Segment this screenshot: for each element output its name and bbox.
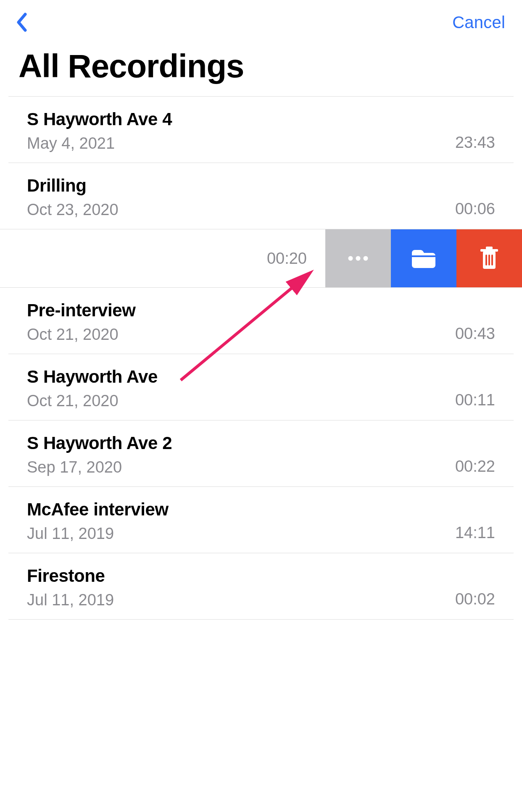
- row-texts: S Hayworth Ave 4 May 4, 2021: [27, 109, 172, 152]
- recording-title: S Hayworth Ave 2: [27, 433, 172, 453]
- svg-rect-8: [488, 255, 490, 265]
- svg-rect-3: [412, 255, 435, 257]
- recording-date: Oct 21, 2020: [27, 392, 158, 410]
- recording-duration: 14:11: [455, 524, 495, 543]
- recording-title: Drilling: [27, 176, 119, 196]
- svg-point-1: [356, 256, 361, 261]
- recording-row[interactable]: S Hayworth Ave 4 May 4, 2021 23:43: [8, 97, 514, 163]
- recording-duration: 00:22: [455, 457, 495, 476]
- row-texts: Pre-interview Oct 21, 2020: [27, 300, 136, 344]
- back-button[interactable]: [15, 12, 28, 33]
- move-to-folder-button[interactable]: [391, 229, 456, 287]
- recording-duration: 00:20: [267, 250, 307, 268]
- cancel-button[interactable]: Cancel: [452, 13, 505, 32]
- recording-row[interactable]: McAfee interview Jul 11, 2019 14:11: [8, 487, 514, 553]
- recording-title: S Hayworth Ave: [27, 367, 158, 387]
- recording-title: Pre-interview: [27, 300, 136, 321]
- recording-date: Jul 11, 2019: [27, 591, 114, 609]
- svg-rect-9: [491, 255, 493, 265]
- nav-bar: Cancel: [0, 0, 522, 37]
- recording-date: Jul 11, 2019: [27, 525, 169, 543]
- more-actions-button[interactable]: [325, 229, 391, 287]
- delete-button[interactable]: [456, 229, 522, 287]
- recording-duration: 00:43: [455, 325, 495, 344]
- recording-title: McAfee interview: [27, 499, 169, 520]
- recording-duration: 00:11: [455, 391, 495, 410]
- recording-row[interactable]: Drilling Oct 23, 2020 00:06: [8, 163, 514, 229]
- recording-date: Oct 23, 2020: [27, 201, 119, 219]
- svg-point-0: [348, 256, 353, 261]
- recording-row-swiped[interactable]: 00:20: [0, 229, 522, 288]
- trash-icon: [479, 246, 500, 271]
- recording-duration: 00:06: [455, 200, 495, 219]
- row-texts: Firestone Jul 11, 2019: [27, 566, 114, 609]
- row-texts: Drilling Oct 23, 2020: [27, 176, 119, 219]
- svg-rect-6: [486, 247, 493, 250]
- recording-duration: 00:02: [455, 590, 495, 609]
- recordings-list: S Hayworth Ave 4 May 4, 2021 23:43 Drill…: [0, 97, 522, 620]
- recording-row[interactable]: S Hayworth Ave Oct 21, 2020 00:11: [8, 354, 514, 420]
- recording-date: May 4, 2021: [27, 134, 172, 152]
- recording-row[interactable]: Pre-interview Oct 21, 2020 00:43: [8, 288, 514, 354]
- recording-title: S Hayworth Ave 4: [27, 109, 172, 129]
- row-texts: McAfee interview Jul 11, 2019: [27, 499, 169, 543]
- page-title: All Recordings: [0, 37, 522, 96]
- svg-rect-7: [485, 255, 487, 265]
- recording-duration: 23:43: [455, 134, 495, 152]
- swiped-content: 00:20: [0, 229, 325, 287]
- ellipsis-icon: [346, 256, 370, 261]
- svg-point-2: [364, 256, 368, 261]
- recording-title: Firestone: [27, 566, 114, 586]
- chevron-left-icon: [16, 13, 27, 32]
- row-texts: S Hayworth Ave Oct 21, 2020: [27, 367, 158, 410]
- row-texts: S Hayworth Ave 2 Sep 17, 2020: [27, 433, 172, 476]
- folder-icon: [410, 248, 437, 269]
- recording-date: Oct 21, 2020: [27, 326, 136, 344]
- recording-row[interactable]: S Hayworth Ave 2 Sep 17, 2020 00:22: [8, 420, 514, 487]
- recording-row[interactable]: Firestone Jul 11, 2019 00:02: [8, 553, 514, 620]
- recording-date: Sep 17, 2020: [27, 458, 172, 476]
